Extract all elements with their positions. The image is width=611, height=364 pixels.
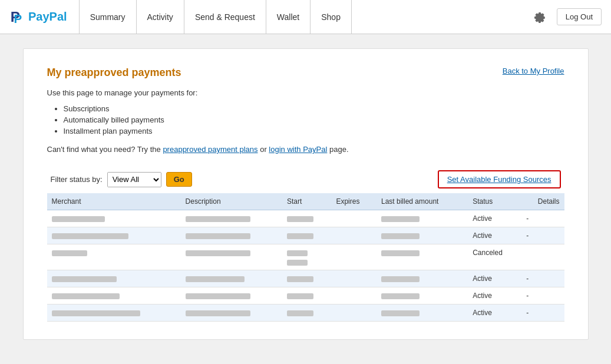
- page-header-row: My preapproved payments Back to My Profi…: [47, 67, 564, 79]
- th-merchant: Merchant: [47, 193, 181, 210]
- help-text: Can't find what you need? Try the preapp…: [47, 145, 564, 154]
- status-cell: Active: [468, 287, 521, 304]
- th-last-billed: Last billed amount: [376, 193, 468, 210]
- expires-cell: [331, 244, 376, 270]
- th-start: Start: [282, 193, 331, 210]
- merchant-cell: [47, 210, 181, 227]
- bullet-auto-billed: Automatically billed payments: [64, 115, 564, 124]
- status-cell: Active: [468, 304, 521, 321]
- details-cell: -: [521, 287, 564, 304]
- description-cell: [181, 270, 282, 287]
- last-billed-cell: [376, 244, 468, 270]
- payments-table: Merchant Description Start Expires Last …: [47, 193, 564, 322]
- filter-label: Filter status by:: [51, 175, 103, 184]
- th-details: Details: [521, 193, 564, 210]
- start-cell: [282, 244, 331, 270]
- merchant-cell: [47, 244, 181, 270]
- status-cell: Active: [468, 270, 521, 287]
- th-status: Status: [468, 193, 521, 210]
- paypal-text: PayPal: [28, 10, 67, 24]
- start-cell: [282, 270, 331, 287]
- table-row: Active -: [47, 304, 564, 321]
- page-title: My preapproved payments: [47, 67, 181, 79]
- login-paypal-link[interactable]: login with PayPal: [269, 145, 327, 154]
- nav-activity[interactable]: Activity: [137, 0, 184, 34]
- merchant-cell: [47, 270, 181, 287]
- last-billed-cell: [376, 304, 468, 321]
- description-cell: [181, 304, 282, 321]
- table-row: Canceled: [47, 244, 564, 270]
- description-cell: [181, 244, 282, 270]
- status-cell: Canceled: [468, 244, 521, 270]
- description-cell: [181, 210, 282, 227]
- go-button[interactable]: Go: [166, 172, 192, 187]
- logout-button[interactable]: Log Out: [557, 8, 602, 25]
- paypal-logo: P P PayPal: [9, 9, 67, 25]
- table-row: Active -: [47, 270, 564, 287]
- bullet-list: Subscriptions Automatically billed payme…: [64, 104, 564, 135]
- expires-cell: [331, 210, 376, 227]
- th-description: Description: [181, 193, 282, 210]
- description-cell: [181, 227, 282, 244]
- gear-icon: [534, 11, 546, 23]
- filter-select[interactable]: View All Active Canceled Pending: [108, 173, 161, 187]
- last-billed-cell: [376, 287, 468, 304]
- details-cell: -: [521, 304, 564, 321]
- table-row: Active -: [47, 227, 564, 244]
- set-funding-sources-button[interactable]: Set Available Funding Sources: [438, 170, 561, 188]
- merchant-cell: [47, 287, 181, 304]
- preapproved-plans-link[interactable]: preapproved payment plans: [163, 145, 257, 154]
- expires-cell: [331, 304, 376, 321]
- status-cell: Active: [468, 227, 521, 244]
- nav-send-request[interactable]: Send & Request: [184, 0, 266, 34]
- back-to-profile-link[interactable]: Back to My Profile: [503, 67, 564, 75]
- merchant-cell: [47, 304, 181, 321]
- main-header: P P PayPal Summary Activity Send & Reque…: [0, 0, 611, 34]
- start-cell: [282, 210, 331, 227]
- bullet-installment: Installment plan payments: [64, 127, 564, 135]
- last-billed-cell: [376, 227, 468, 244]
- table-row: Active -: [47, 210, 564, 227]
- expires-cell: [331, 270, 376, 287]
- start-cell: [282, 227, 331, 244]
- page-description: Use this page to manage your payments fo…: [47, 88, 564, 97]
- nav-shop[interactable]: Shop: [311, 0, 352, 34]
- table-body: Active - Active -: [47, 210, 564, 322]
- table-head: Merchant Description Start Expires Last …: [47, 193, 564, 210]
- details-cell: -: [521, 227, 564, 244]
- main-nav: Summary Activity Send & Request Wallet S…: [79, 0, 352, 34]
- last-billed-cell: [376, 210, 468, 227]
- header-right: Log Out: [531, 8, 602, 27]
- nav-summary[interactable]: Summary: [80, 0, 137, 34]
- details-cell: -: [521, 210, 564, 227]
- expires-cell: [331, 287, 376, 304]
- details-cell: -: [521, 270, 564, 287]
- start-cell: [282, 287, 331, 304]
- filter-left: Filter status by: View All Active Cancel…: [51, 172, 192, 187]
- table-header-row: Merchant Description Start Expires Last …: [47, 193, 564, 210]
- th-expires: Expires: [331, 193, 376, 210]
- expires-cell: [331, 227, 376, 244]
- filter-select-wrapper: View All Active Canceled Pending: [107, 172, 161, 187]
- logo-area: P P PayPal: [9, 9, 67, 25]
- details-cell: [521, 244, 564, 270]
- status-cell: Active: [468, 210, 521, 227]
- table-row: Active -: [47, 287, 564, 304]
- merchant-cell: [47, 227, 181, 244]
- settings-button[interactable]: [531, 8, 550, 27]
- filter-row: Filter status by: View All Active Cancel…: [47, 166, 564, 193]
- last-billed-cell: [376, 270, 468, 287]
- nav-wallet[interactable]: Wallet: [266, 0, 311, 34]
- main-container: My preapproved payments Back to My Profi…: [23, 48, 589, 340]
- paypal-icon: P P: [9, 9, 26, 25]
- svg-text:P: P: [14, 12, 22, 25]
- start-cell: [282, 304, 331, 321]
- bullet-subscriptions: Subscriptions: [64, 104, 564, 113]
- description-cell: [181, 287, 282, 304]
